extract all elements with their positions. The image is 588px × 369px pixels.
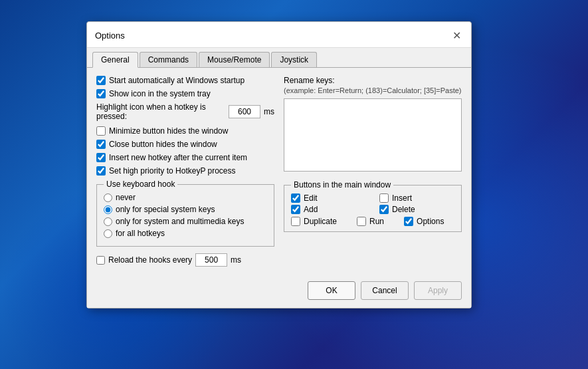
high-priority-label: Set high priority to HotkeyP process: [109, 166, 236, 176]
options-dialog: Options ✕ General Commands Mouse/Remote …: [86, 21, 472, 308]
tab-joystick[interactable]: Joystick: [271, 52, 317, 67]
radio-never[interactable]: [104, 193, 112, 202]
high-priority-checkbox[interactable]: [96, 166, 106, 176]
options-btn-row: Options: [404, 217, 444, 226]
two-column-layout: Start automatically at Windows startup S…: [96, 76, 462, 267]
insert-new-label: Insert new hotkey after the current item: [109, 153, 247, 162]
radio-all-row: for all hotkeys: [104, 229, 267, 238]
delete-checkbox[interactable]: [379, 205, 389, 214]
radio-special-label: only for special system keys: [116, 205, 215, 214]
close-hides-label: Close button hides the window: [109, 140, 217, 149]
radio-never-label: never: [116, 193, 136, 202]
left-column: Start automatically at Windows startup S…: [96, 76, 274, 267]
edit-label: Edit: [304, 193, 318, 203]
edit-checkbox[interactable]: [291, 193, 300, 203]
buttons-grid: Edit Insert Add Delete: [291, 193, 454, 214]
radio-never-row: never: [104, 193, 267, 202]
reload-label: Reload the hooks every: [108, 255, 192, 265]
run-label: Run: [369, 217, 384, 226]
title-bar: Options ✕: [87, 22, 471, 48]
add-btn-row: Add: [291, 205, 366, 214]
duplicate-label: Duplicate: [304, 217, 337, 226]
radio-system-multimedia[interactable]: [104, 217, 112, 226]
apply-button[interactable]: Apply: [414, 281, 462, 300]
buttons-group-legend: Buttons in the main window: [291, 180, 393, 189]
delete-label: Delete: [392, 205, 415, 214]
systray-label: Show icon in the system tray: [109, 89, 211, 98]
duplicate-checkbox[interactable]: [291, 217, 300, 226]
reload-input[interactable]: [195, 253, 227, 267]
delete-btn-row: Delete: [379, 205, 454, 214]
insert-label: Insert: [392, 193, 412, 203]
reload-unit: ms: [231, 255, 241, 265]
run-checkbox[interactable]: [357, 217, 366, 226]
dialog-title: Options: [95, 31, 125, 41]
radio-special-row: only for special system keys: [104, 205, 267, 214]
tab-content: Start automatically at Windows startup S…: [87, 68, 471, 275]
tab-commands[interactable]: Commands: [140, 52, 197, 67]
duplicate-btn-row: Duplicate: [291, 217, 337, 226]
startup-label: Start automatically at Windows startup: [109, 76, 245, 85]
insert-checkbox[interactable]: [379, 193, 389, 203]
right-column: Rename keys: (example: Enter=Return; (18…: [284, 76, 462, 267]
startup-row: Start automatically at Windows startup: [96, 76, 274, 85]
insert-new-checkbox[interactable]: [96, 153, 106, 162]
radio-all[interactable]: [104, 229, 112, 238]
options-label: Options: [417, 217, 444, 226]
options-checkbox[interactable]: [404, 217, 413, 226]
highlight-label: Highlight icon when a hotkey is pressed:: [96, 102, 225, 121]
tab-bar: General Commands Mouse/Remote Joystick: [87, 48, 471, 68]
high-priority-row: Set high priority to HotkeyP process: [96, 166, 274, 176]
radio-system-multimedia-row: only for system and multimedia keys: [104, 217, 267, 226]
edit-btn-row: Edit: [291, 193, 366, 203]
systray-checkbox[interactable]: [96, 89, 106, 98]
insert-new-row: Insert new hotkey after the current item: [96, 153, 274, 162]
tab-mouse-remote[interactable]: Mouse/Remote: [199, 52, 270, 67]
main-window-buttons-group: Buttons in the main window Edit Insert: [284, 180, 462, 232]
radio-all-label: for all hotkeys: [116, 229, 165, 238]
minimize-row: Minimize button hides the window: [96, 126, 274, 136]
startup-checkbox[interactable]: [96, 76, 106, 85]
minimize-label: Minimize button hides the window: [109, 126, 228, 136]
highlight-input[interactable]: [229, 105, 260, 118]
dialog-footer: OK Cancel Apply: [87, 275, 471, 308]
add-label: Add: [304, 205, 318, 214]
highlight-row: Highlight icon when a hotkey is pressed:…: [96, 102, 274, 121]
close-hides-checkbox[interactable]: [96, 140, 106, 149]
rename-keys-example: (example: Enter=Return; (183)=Calculator…: [284, 86, 462, 94]
minimize-checkbox[interactable]: [96, 126, 106, 136]
rename-keys-label: Rename keys:: [284, 76, 462, 85]
close-button[interactable]: ✕: [450, 29, 463, 42]
duplicate-run-options-row: Duplicate Run Options: [291, 217, 454, 226]
cancel-button[interactable]: Cancel: [361, 281, 409, 300]
reload-row: Reload the hooks every ms: [96, 253, 274, 267]
highlight-unit: ms: [264, 107, 274, 116]
keyboard-hook-group: Use keyboard hook never only for special…: [96, 180, 274, 247]
radio-system-multimedia-label: only for system and multimedia keys: [116, 217, 244, 226]
tab-general[interactable]: General: [92, 52, 138, 68]
ok-button[interactable]: OK: [308, 281, 355, 300]
run-btn-row: Run: [357, 217, 384, 226]
radio-special[interactable]: [104, 205, 112, 214]
systray-row: Show icon in the system tray: [96, 89, 274, 98]
insert-btn-row: Insert: [379, 193, 454, 203]
close-hides-row: Close button hides the window: [96, 140, 274, 149]
rename-keys-textarea[interactable]: [284, 98, 462, 172]
reload-checkbox[interactable]: [96, 256, 105, 265]
add-checkbox[interactable]: [291, 205, 300, 214]
keyboard-hook-legend: Use keyboard hook: [104, 180, 177, 189]
